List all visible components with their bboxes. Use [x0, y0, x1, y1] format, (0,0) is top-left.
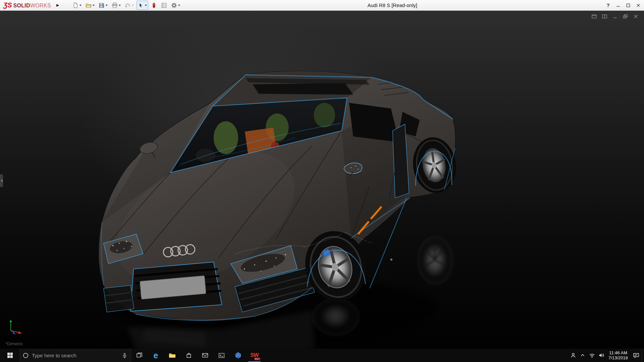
- car-model[interactable]: [82, 62, 472, 349]
- options-button[interactable]: [170, 1, 181, 10]
- microphone-icon[interactable]: [122, 353, 127, 358]
- new-dropdown-caret-icon[interactable]: [79, 5, 82, 6]
- 3ds-logo-glyph: ƷS: [3, 1, 12, 9]
- console-window-icon: [218, 353, 225, 358]
- close-button[interactable]: [633, 0, 643, 11]
- undo-dropdown-caret-icon[interactable]: [132, 5, 134, 6]
- file-properties-button[interactable]: [160, 1, 168, 10]
- solidworks-year-badge: 2017: [254, 358, 260, 360]
- select-cursor-icon: [138, 2, 144, 8]
- 3d-app-button[interactable]: [230, 349, 246, 362]
- file-explorer-button[interactable]: [164, 349, 180, 362]
- tray-overflow-button[interactable]: [578, 349, 587, 362]
- windows-taskbar: e SW 2017: [0, 349, 644, 362]
- person-icon: [570, 352, 576, 358]
- task-view-button[interactable]: [131, 349, 148, 362]
- front-grille: [130, 262, 222, 311]
- new-document-icon: [72, 2, 78, 8]
- window-title: Audi R8 S [Read-only]: [181, 2, 603, 8]
- rear-wheel-reflection: [418, 237, 452, 284]
- document-window-controls: [591, 13, 639, 19]
- rebuild-stoplight-button[interactable]: [150, 1, 158, 10]
- chevron-up-icon: [580, 353, 585, 358]
- system-tray: 11:46 AM 7/13/2018: [569, 349, 644, 362]
- taskbar-search[interactable]: [20, 349, 131, 362]
- wifi-icon: [589, 353, 595, 358]
- doc-window-button-1[interactable]: [591, 13, 598, 19]
- select-tool-button[interactable]: [137, 1, 148, 10]
- taskbar-clock[interactable]: 11:46 AM 7/13/2018: [606, 350, 630, 360]
- orientation-triad[interactable]: [5, 315, 29, 336]
- brand-works: WORKS: [30, 3, 51, 9]
- file-properties-icon: [161, 2, 167, 8]
- network-button[interactable]: [587, 349, 597, 362]
- select-dropdown-caret-icon[interactable]: [145, 5, 147, 6]
- console-button[interactable]: [213, 349, 230, 362]
- clock-date: 7/13/2018: [606, 355, 630, 360]
- brand-solid: SOLID: [13, 3, 30, 9]
- doc-window-button-2[interactable]: [601, 13, 608, 19]
- store-bag-icon: [186, 352, 192, 358]
- collapse-arrow-icon: [1, 179, 2, 182]
- people-button[interactable]: [569, 349, 578, 362]
- sunroof-glass: [253, 83, 353, 95]
- minimize-button[interactable]: [613, 0, 623, 11]
- mail-envelope-icon: [202, 353, 208, 358]
- app-titlebar: ƷS SOLID WORKS ▶: [0, 0, 644, 11]
- undo-button[interactable]: [123, 1, 135, 10]
- car-model-region: [82, 62, 472, 349]
- edge-browser-button[interactable]: e: [148, 349, 164, 362]
- notification-bubble-icon: [633, 352, 639, 358]
- windows-logo-icon: [7, 352, 13, 358]
- maximize-button[interactable]: [623, 0, 633, 11]
- show-desktop-button[interactable]: [642, 349, 644, 362]
- split-pane-icon: [602, 14, 607, 19]
- save-button[interactable]: [97, 1, 109, 10]
- view-orientation-label: *Dimetric: [5, 341, 23, 346]
- rebuild-stoplight-icon: [151, 2, 157, 8]
- mail-button[interactable]: [197, 349, 213, 362]
- volume-button[interactable]: [597, 349, 606, 362]
- options-dropdown-caret-icon[interactable]: [178, 5, 180, 6]
- vertex-marker: [390, 258, 392, 260]
- doc-restore-icon: [623, 14, 628, 19]
- undo-arrow-icon: [125, 2, 131, 8]
- gear-icon: [171, 2, 177, 8]
- 3d-cube-icon: [235, 352, 241, 359]
- edge-icon: e: [154, 351, 158, 360]
- file-explorer-icon: [169, 353, 176, 358]
- store-button[interactable]: [180, 349, 197, 362]
- doc-minimize-button[interactable]: [612, 13, 619, 19]
- task-view-icon: [136, 352, 143, 358]
- doc-close-icon: [633, 14, 639, 19]
- close-icon: [636, 3, 640, 7]
- quick-access-toolbar: [71, 1, 181, 10]
- open-dropdown-caret-icon[interactable]: [93, 5, 95, 6]
- help-button[interactable]: ?: [603, 0, 613, 11]
- cortana-icon[interactable]: [23, 353, 29, 358]
- open-document-button[interactable]: [84, 1, 96, 10]
- open-folder-icon: [86, 2, 92, 8]
- save-dropdown-caret-icon[interactable]: [106, 5, 108, 6]
- new-document-button[interactable]: [71, 1, 83, 10]
- front-wheel-reflection: [313, 299, 359, 335]
- doc-restore-button[interactable]: [622, 13, 629, 19]
- graphics-viewport[interactable]: *Dimetric: [0, 11, 644, 349]
- doc-close-button[interactable]: [633, 13, 639, 19]
- maximize-icon: [626, 3, 630, 7]
- print-button[interactable]: [110, 1, 122, 10]
- panel-collapse-tab[interactable]: [0, 174, 3, 187]
- window-controls: ?: [603, 0, 644, 11]
- menu-flyout-arrow-icon[interactable]: ▶: [53, 0, 62, 11]
- printer-icon: [112, 2, 118, 8]
- save-disk-icon: [99, 2, 105, 8]
- minimize-icon: [616, 3, 620, 7]
- start-button[interactable]: [0, 349, 20, 362]
- print-dropdown-caret-icon[interactable]: [119, 5, 121, 6]
- doc-minimize-icon: [612, 14, 618, 19]
- window-pane-icon: [592, 14, 597, 19]
- search-input[interactable]: [32, 353, 118, 358]
- action-center-button[interactable]: [630, 349, 642, 362]
- clock-time: 11:46 AM: [606, 350, 630, 355]
- solidworks-app-button[interactable]: SW 2017: [246, 349, 263, 362]
